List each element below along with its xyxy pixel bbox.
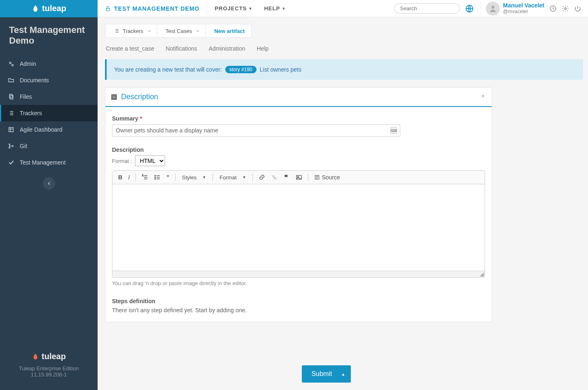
svg-text:1: 1 — [142, 174, 143, 176]
rich-text-editor: B I 1 ” Styles ▼ Format ▼ — [112, 170, 485, 278]
help-menu[interactable]: HELP ▼ — [264, 5, 286, 12]
panel-title: Description — [121, 93, 158, 101]
panel-collapse-toggle[interactable]: − — [111, 94, 117, 100]
steps-empty-message: There isn't any step defined yet. Start … — [112, 307, 485, 313]
description-panel: − Description Summary * ⌨ Description — [105, 87, 492, 322]
gears-icon — [7, 60, 15, 67]
info-banner: You are creating a new test that will co… — [105, 59, 583, 80]
project-name: TEST MANAGEMENT DEMO — [114, 5, 199, 12]
svg-point-15 — [155, 177, 156, 178]
svg-point-12 — [12, 145, 14, 146]
editor-resize-handle[interactable] — [112, 271, 485, 277]
list-icon — [7, 110, 15, 116]
svg-rect-9 — [9, 127, 14, 132]
sidebar-item-label: Test Management — [20, 159, 65, 166]
footer-version: 11.15.99.206-1 — [4, 371, 93, 378]
footer-edition: Tuleap Enterprise Edition — [4, 365, 93, 371]
breadcrumb: Trackers ▾ Test Cases ▾ New artifact — [105, 24, 252, 38]
image-button[interactable] — [294, 173, 304, 181]
bold-button[interactable]: B — [117, 173, 124, 181]
chevron-left-icon — [47, 181, 51, 186]
svg-point-10 — [9, 144, 10, 145]
subtab-notifications[interactable]: Notifications — [166, 45, 197, 52]
collapse-sidebar-button[interactable] — [43, 177, 55, 190]
editor-textarea[interactable] — [112, 184, 485, 271]
source-button[interactable]: Source — [313, 173, 341, 181]
format-label: Format : — [112, 158, 132, 164]
crumb-trackers[interactable]: Trackers ▾ — [105, 24, 157, 37]
search-input[interactable] — [394, 3, 460, 14]
banner-suffix: List owners pets — [260, 66, 301, 73]
flag-button[interactable] — [282, 173, 292, 181]
chevron-down-icon: ▾ — [148, 29, 150, 33]
unlock-icon — [105, 6, 111, 12]
summary-input[interactable] — [112, 124, 400, 137]
history-icon[interactable] — [549, 5, 557, 12]
sidebar-item-git[interactable]: Git — [0, 138, 98, 154]
story-pill[interactable]: story #190 — [225, 66, 257, 73]
required-indicator: * — [140, 115, 142, 122]
quote-button[interactable]: ” — [165, 173, 171, 181]
summary-label: Summary * — [112, 115, 485, 122]
tuleap-flame-icon — [31, 5, 40, 13]
subtab-help[interactable]: Help — [257, 45, 268, 52]
check-icon — [7, 159, 15, 166]
user-handle: @mvacelet — [503, 9, 544, 14]
brand-text: tuleap — [42, 4, 66, 13]
sidebar-item-files[interactable]: Files — [0, 88, 98, 105]
svg-rect-0 — [106, 8, 110, 11]
sidebar-item-label: Documents — [20, 77, 49, 84]
sidebar-item-admin[interactable]: Admin — [0, 56, 98, 72]
sidebar-item-label: Agile Dashboard — [20, 126, 63, 133]
steps-label: Steps definition — [112, 298, 485, 304]
unordered-list-button[interactable] — [152, 173, 162, 181]
gear-icon[interactable] — [562, 5, 569, 12]
project-switcher[interactable]: TEST MANAGEMENT DEMO — [98, 0, 207, 17]
italic-button[interactable]: I — [126, 173, 131, 181]
description-label: Description — [112, 146, 485, 153]
brand-logo[interactable]: tuleap — [0, 0, 98, 17]
format-dropdown[interactable]: Format ▼ — [217, 174, 248, 181]
projects-menu[interactable]: PROJECTS ▼ — [215, 5, 252, 12]
editor-toolbar: B I 1 ” Styles ▼ Format ▼ — [112, 171, 485, 184]
chevron-down-icon: ▾ — [197, 29, 199, 33]
crumb-test-cases[interactable]: Test Cases ▾ — [157, 24, 206, 37]
ordered-list-button[interactable]: 1 — [140, 173, 150, 181]
sidebar-item-agile[interactable]: Agile Dashboard — [0, 121, 98, 138]
styles-select[interactable]: Styles ▼ — [180, 174, 208, 181]
editor-hint: You can drag 'n drop or paste image dire… — [112, 280, 485, 286]
banner-prefix: You are creating a new test that will co… — [114, 66, 222, 73]
sidebar-footer: tuleap Tuleap Enterprise Edition 11.15.9… — [0, 343, 98, 390]
pin-icon[interactable] — [480, 93, 486, 101]
folder-icon — [7, 77, 15, 84]
sidebar-title: Test Management Demo — [0, 17, 98, 56]
chevron-down-icon: ▼ — [282, 7, 286, 11]
subtab-administration[interactable]: Administration — [209, 45, 245, 52]
sidebar-item-trackers[interactable]: Trackers — [0, 105, 98, 121]
svg-rect-8 — [10, 95, 13, 99]
avatar — [486, 2, 500, 16]
user-menu[interactable]: Manuel Vacelet @mvacelet — [481, 2, 544, 16]
svg-point-14 — [155, 175, 156, 176]
sidebar-item-documents[interactable]: Documents — [0, 72, 98, 88]
power-icon[interactable] — [574, 5, 581, 12]
files-icon — [7, 93, 15, 100]
svg-point-11 — [9, 147, 10, 148]
svg-point-6 — [12, 64, 13, 66]
svg-point-18 — [298, 176, 299, 177]
unlink-button[interactable] — [269, 173, 279, 181]
sidebar-item-test-management[interactable]: Test Management — [0, 154, 98, 171]
link-button[interactable] — [257, 173, 267, 181]
subtabs: Create a test_case Notifications Adminis… — [105, 42, 583, 59]
format-select[interactable]: HTML — [135, 156, 165, 166]
chevron-up-icon: ▲ — [341, 372, 345, 376]
globe-icon[interactable] — [465, 4, 474, 13]
submit-bar: Submit ▲ — [98, 358, 555, 390]
crumb-new-artifact: New artifact — [206, 24, 251, 37]
submit-button[interactable]: Submit ▲ — [302, 365, 351, 383]
keyboard-icon: ⌨ — [390, 127, 397, 134]
chevron-down-icon: ▼ — [249, 7, 253, 11]
tuleap-flame-icon — [32, 353, 39, 360]
subtab-create[interactable]: Create a test_case — [106, 45, 154, 52]
sidebar-item-label: Files — [20, 93, 32, 100]
